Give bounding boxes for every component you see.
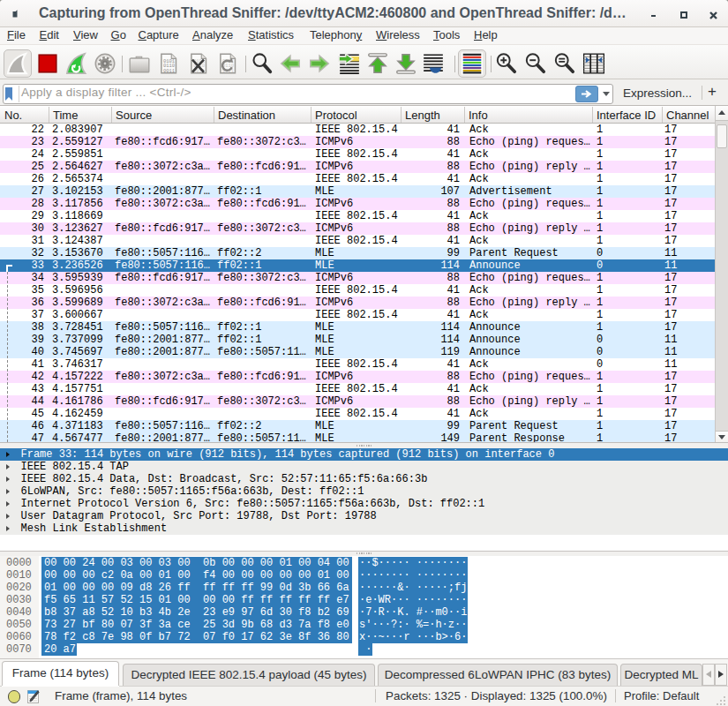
svg-text:0011: 0011 <box>163 68 175 74</box>
